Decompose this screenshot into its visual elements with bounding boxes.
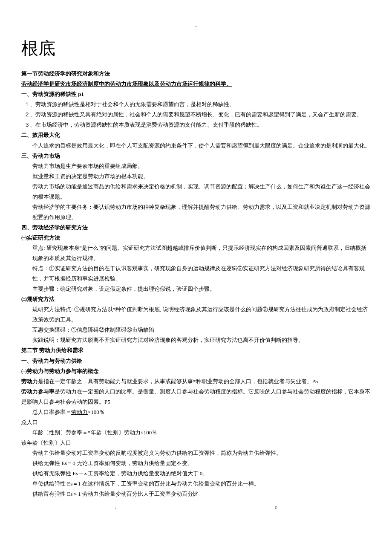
section2-heading-1: 一、劳动力与劳动力供给 bbox=[21, 356, 371, 366]
body-text: ３、在市场经济中，劳动资源稀缺性的本质表现是消费劳动资源的支付能力、支付手段的稀… bbox=[21, 120, 371, 130]
heading-1: 一、劳动资源的稀缺性 p1 bbox=[21, 89, 371, 99]
formula-1: 总人口率参率＝劳动力×100％ bbox=[21, 407, 371, 417]
elasticity-item: 单位供给弹性 Es＝1 在这种情况下，工资率变动的百分比与劳动力供给量变动的百分… bbox=[21, 479, 371, 489]
term-text: 是劳动力在一定围的人口的比率。是衡量、测度人口参与社会劳动程度的指标。它反映的人… bbox=[21, 388, 370, 405]
method-1-header: ㈠实证研究方法 bbox=[21, 233, 371, 243]
heading-2: 二、效用最大化 bbox=[21, 130, 371, 140]
formula-numerator: *年龄〔性别〕劳动力 bbox=[88, 429, 141, 436]
definition-laodongli: 劳动力是指在一定年龄之，具有劳动能力与就业要求，从事或能够从事*种职业劳动的全部… bbox=[21, 376, 371, 387]
term-bold: 劳动力参与率 bbox=[21, 388, 55, 395]
elasticity-item: 供给无弹性 Es＝0 无论工资率如何变动，劳动力供给量固定不变。 bbox=[21, 458, 371, 468]
elasticity-item: 供给有无限弹性 Es→∞工资率给定，劳动力供给量变动的绝对值大于 0。 bbox=[21, 468, 371, 479]
term-text: 是指在一定年龄之，具有劳动能力与就业要求，从事或能够从事*种职业劳动的全部人口，… bbox=[38, 378, 318, 384]
body-text: 个人追求的目标是效用最大化，即在个人可支配资源的约束条件下，使个人需要和愿望得到… bbox=[21, 141, 371, 151]
formula-numerator: 劳动力 bbox=[71, 409, 88, 415]
heading-4: 四、劳动经济学的研究方法 bbox=[21, 223, 371, 233]
page-footer: . z bbox=[21, 503, 371, 511]
term-bold: 劳动力 bbox=[21, 378, 38, 384]
section2-method-1: ㈠劳动力与劳动力参与率的概念 bbox=[21, 366, 371, 376]
elasticity-definition: 劳动力供给量变动对工资率变动的反响程度被定义为劳动力供给的工资弹性，简称为劳动力… bbox=[21, 448, 371, 458]
footer-right: z bbox=[275, 503, 277, 511]
section2-header: 第二节 劳动力供给和需求 bbox=[21, 345, 371, 356]
body-text: 互惠交换障碍：①信息障碍②体制障碍③市场缺陷 bbox=[21, 325, 371, 335]
formula-text: ×100％ bbox=[88, 409, 105, 415]
body-text: １、劳动资源的稀缺性是相对于社会和个人的无限需要和愿望而言，是相对的稀缺性。 bbox=[21, 99, 371, 110]
elasticity-item: 供给富有弹性 Es＞1 劳动力供给量变动百分比大于工资率变动百分比 bbox=[21, 489, 371, 499]
top-dash: - bbox=[21, 21, 371, 31]
footer-left: . bbox=[115, 503, 116, 511]
formula-2: 年龄〔性别〕劳参率＝*年龄〔性别〕劳动力×100％ bbox=[21, 428, 371, 438]
formula-text: 总人口率参率＝ bbox=[32, 409, 71, 415]
heading-3: 三、劳动力市场 bbox=[21, 151, 371, 161]
body-text: 实践说明：规研究方法脱离不开实证研究方法对经济现象的客观分析，实证研究方法也离不… bbox=[21, 335, 371, 345]
formula-text: ×100％ bbox=[141, 429, 158, 436]
section1-definition: 劳动经济学是研究市场经济制度中的劳动力市场现象以及劳动力市场运行规律的科学。 bbox=[21, 79, 371, 89]
body-text: 劳动经济学的主要任务：要认识劳动力市场的种种复杂现象，理解并提醒劳动力供给、劳动… bbox=[21, 202, 371, 223]
formula-2-denom: 该年龄〔性别〕人口 bbox=[21, 438, 371, 448]
body-text: 规研究方法特点: ①规研究方法以*种价值判断为根底, 说明经济现象及其运行应该是… bbox=[21, 304, 371, 325]
method-2-header: ㈡规研究方法 bbox=[21, 294, 371, 304]
body-text: 劳动力市场的功能是通过商品的供给和需求来决定价格的机制，实现、调节资源的配置；解… bbox=[21, 182, 371, 202]
body-text: 特点：①实证研究方法的目的在于认识客观事实，研究现象自身的运动规律及在逻辑②实证… bbox=[21, 263, 371, 284]
body-text: 劳动力市场是生产要素市场的重要组成局部。 bbox=[21, 161, 371, 171]
page-title: 根底 bbox=[21, 33, 371, 64]
body-text: 就业量和工资的决定是劳动力市场的根本功能。 bbox=[21, 171, 371, 182]
section1-header: 第一节劳动经济学的研究对象和方法 bbox=[21, 69, 371, 79]
body-text: ２、劳动资源的稀缺性又具有绝对的属性，社会和个人的需要和愿望不断增长、变化，已有… bbox=[21, 110, 371, 120]
formula-text: 年龄〔性别〕劳参率＝ bbox=[32, 429, 88, 436]
formula-1-denom: 总人口 bbox=[21, 417, 371, 428]
definition-canyulv: 劳动力参与率是劳动力在一定围的人口的比率。是衡量、测度人口参与社会劳动程度的指标… bbox=[21, 387, 371, 407]
body-text: 主要步骤：确定研究对象，设定假定条件，提出理论假说，验证四个步骤。 bbox=[21, 284, 371, 294]
body-text: 重点: 研究现象本身"是什么"的问题。实证研究方法试图超越或排斥价值判断，只提示… bbox=[21, 243, 371, 263]
